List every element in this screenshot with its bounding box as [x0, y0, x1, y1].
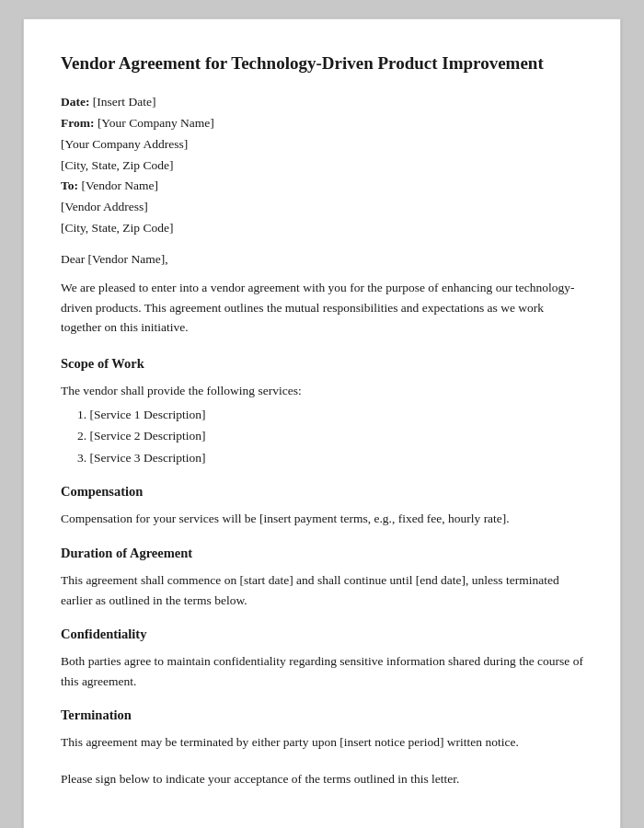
document: Vendor Agreement for Technology-Driven P… — [23, 18, 621, 828]
list-item: 3. [Service 3 Description] — [77, 448, 583, 468]
confidentiality-heading: Confidentiality — [61, 627, 583, 642]
confidentiality-body: Both parties agree to maintain confident… — [61, 651, 583, 691]
to-line: To: [Vendor Name] — [61, 176, 583, 197]
from-label: From: — [61, 116, 95, 130]
compensation-heading: Compensation — [61, 484, 583, 500]
section-confidentiality: Confidentiality Both parties agree to ma… — [61, 627, 583, 691]
list-item: 1. [Service 1 Description] — [77, 405, 583, 425]
to-address: [Vendor Address] — [61, 197, 583, 218]
from-company: [Your Company Name] — [98, 116, 214, 130]
scope-intro: The vendor shall provide the following s… — [61, 384, 302, 397]
greeting: Dear [Vendor Name], — [61, 252, 583, 267]
document-title: Vendor Agreement for Technology-Driven P… — [61, 52, 583, 75]
duration-heading: Duration of Agreement — [61, 546, 583, 561]
section-termination: Termination This agreement may be termin… — [61, 707, 583, 753]
section-scope: Scope of Work The vendor shall provide t… — [61, 356, 583, 467]
termination-body: This agreement may be terminated by eith… — [61, 732, 583, 753]
meta-block: Date: [Insert Date] From: [Your Company … — [61, 92, 583, 240]
termination-heading: Termination — [61, 707, 583, 723]
scope-heading: Scope of Work — [61, 356, 583, 372]
duration-body: This agreement shall commence on [start … — [61, 570, 583, 610]
list-item: 2. [Service 2 Description] — [77, 426, 583, 446]
from-line: From: [Your Company Name] — [61, 113, 583, 134]
compensation-body: Compensation for your services will be [… — [61, 509, 583, 529]
section-compensation: Compensation Compensation for your servi… — [61, 484, 583, 529]
to-name: [Vendor Name] — [81, 178, 158, 192]
section-duration: Duration of Agreement This agreement sha… — [61, 546, 583, 610]
to-city: [City, State, Zip Code] — [61, 218, 583, 239]
scope-body: The vendor shall provide the following s… — [61, 381, 583, 467]
date-value: [Insert Date] — [93, 95, 156, 109]
from-city: [City, State, Zip Code] — [61, 155, 583, 177]
intro-paragraph: We are pleased to enter into a vendor ag… — [61, 278, 583, 338]
scope-list: 1. [Service 1 Description] 2. [Service 2… — [77, 405, 583, 468]
to-label: To: — [61, 178, 78, 192]
date-label: Date: — [61, 95, 89, 109]
closing-text: Please sign below to indicate your accep… — [61, 769, 583, 789]
from-address: [Your Company Address] — [61, 134, 583, 155]
date-line: Date: [Insert Date] — [61, 92, 583, 113]
